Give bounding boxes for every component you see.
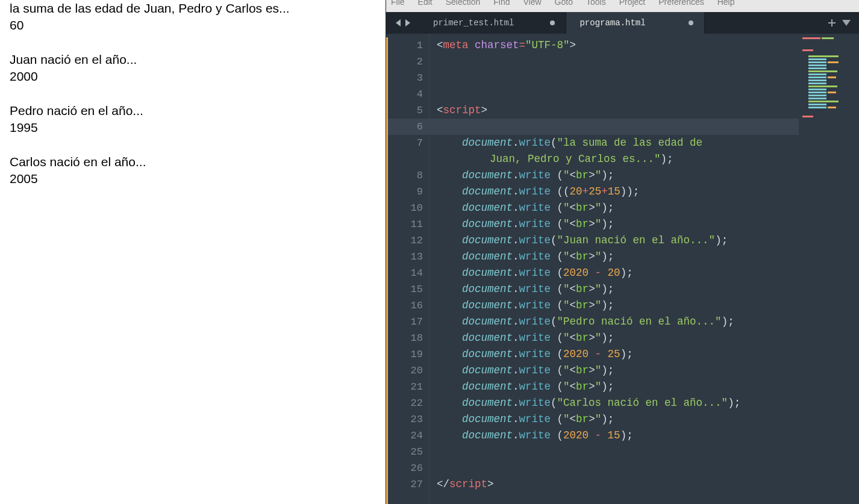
line-number: 26 <box>386 460 423 476</box>
line-number: 5 <box>386 102 423 119</box>
menu-edit[interactable]: Edit <box>418 0 433 6</box>
editor-body[interactable]: 1 2 3 4 5 6 7 8 9 10 11 12 13 14 15 16 1… <box>386 34 859 504</box>
output-line: la suma de las edad de Juan, Pedro y Car… <box>10 0 376 17</box>
line-number: 13 <box>386 249 423 265</box>
tab-dropdown-icon[interactable] <box>842 20 851 26</box>
line-number: 4 <box>386 86 423 102</box>
line-number: 25 <box>386 444 423 460</box>
gutter: 1 2 3 4 5 6 7 8 9 10 11 12 13 14 15 16 1… <box>386 34 430 504</box>
dirty-indicator-icon <box>689 20 693 25</box>
new-tab-icon[interactable] <box>828 19 836 27</box>
output-line: 1995 <box>10 119 376 136</box>
menu-project[interactable]: Project <box>619 0 646 6</box>
menu-view[interactable]: View <box>523 0 542 6</box>
menu-tools[interactable]: Tools <box>586 0 606 6</box>
line-number: 9 <box>386 184 423 200</box>
svg-marker-2 <box>842 20 851 26</box>
tab-next-icon[interactable] <box>404 19 410 26</box>
line-number: 23 <box>386 411 423 428</box>
tab-primer-test[interactable]: primer_test.html <box>420 12 566 34</box>
menu-preferences[interactable]: Preferences <box>658 0 704 6</box>
line-number: 8 <box>386 167 423 184</box>
output-line: Pedro nació en el año... <box>10 102 376 119</box>
output-line: 2000 <box>10 68 376 85</box>
line-number: 18 <box>386 330 423 346</box>
tab-prev-icon[interactable] <box>396 19 402 26</box>
menu-help[interactable]: Help <box>717 0 735 6</box>
output-line: 2005 <box>10 170 376 187</box>
line-number: 7 <box>386 135 423 151</box>
dirty-indicator-icon <box>550 20 555 25</box>
line-number: 24 <box>386 428 423 444</box>
line-number: 10 <box>386 200 423 216</box>
menu-file[interactable]: File <box>391 0 405 6</box>
line-number: 11 <box>386 216 423 232</box>
menubar: File Edit Selection Find View Goto Tools… <box>386 0 859 12</box>
menu-goto[interactable]: Goto <box>555 0 573 6</box>
tab-nav <box>386 12 420 34</box>
browser-output-pane: la suma de las edad de Juan, Pedro y Car… <box>0 0 386 504</box>
code-area[interactable]: <meta charset="UTF-8"> <script> document… <box>430 34 859 504</box>
line-number: 15 <box>386 281 423 297</box>
output-line: Carlos nació en el año... <box>10 154 376 170</box>
svg-marker-1 <box>405 19 410 26</box>
svg-marker-0 <box>396 19 401 26</box>
menu-find[interactable]: Find <box>493 0 510 6</box>
line-number: 1 <box>386 37 423 54</box>
output-line: Juan nació en el año... <box>10 51 376 68</box>
line-number: 16 <box>386 297 423 314</box>
line-number: 27 <box>386 476 423 493</box>
line-number: 14 <box>386 265 423 281</box>
menu-selection[interactable]: Selection <box>446 0 481 6</box>
line-number: 12 <box>386 232 423 249</box>
line-number: 17 <box>386 314 423 330</box>
output-line: 60 <box>10 17 376 34</box>
line-number: 21 <box>386 379 423 395</box>
modified-marker <box>386 37 388 504</box>
editor-pane: File Edit Selection Find View Goto Tools… <box>386 0 859 504</box>
line-number: 2 <box>386 54 423 70</box>
tab-label: programa.html <box>579 18 645 28</box>
minimap[interactable] <box>799 34 859 497</box>
line-number: 6 <box>386 119 429 135</box>
tab-programa[interactable]: programa.html <box>566 12 705 34</box>
tabbar: primer_test.html programa.html <box>386 12 859 34</box>
line-number: 20 <box>386 362 423 379</box>
line-number: 22 <box>386 395 423 411</box>
tab-label: primer_test.html <box>433 18 514 28</box>
line-number: 3 <box>386 70 423 86</box>
line-number: 19 <box>386 346 423 362</box>
